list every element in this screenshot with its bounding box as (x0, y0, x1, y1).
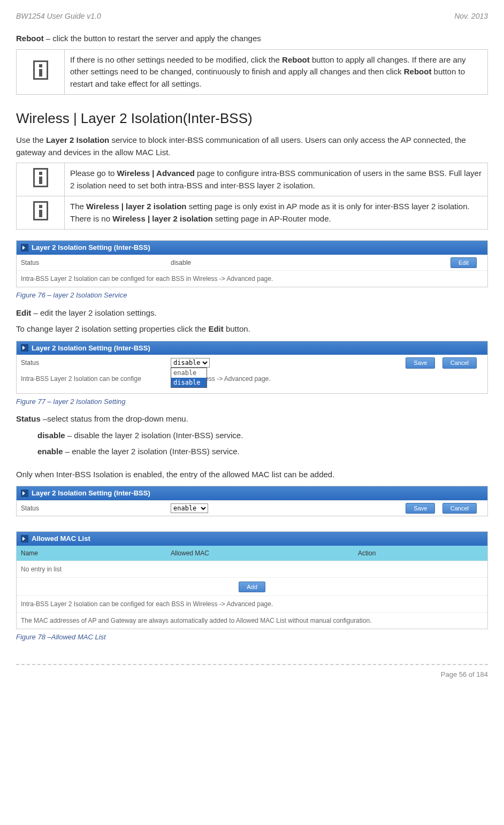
fig77-header-bar: Layer 2 Isolation Setting (Inter-BSS) (17, 341, 487, 355)
fig78-mac-header-bar: Allowed MAC List (17, 532, 487, 546)
fig78-top-title: Layer 2 Isolation Setting (Inter-BSS) (32, 488, 150, 499)
dropdown-option-disable[interactable]: disable (171, 378, 207, 387)
disable-line: disable – disable the layer 2 isolation … (16, 430, 488, 442)
arrow-icon (21, 490, 28, 497)
mac-table-header: Name Allowed MAC Action (17, 546, 487, 561)
fig76-status-row: Status disable Edit (17, 255, 487, 271)
page-footer: Page 56 of 184 (16, 664, 488, 680)
fig78-note2: The MAC addresses of AP and Gateway are … (17, 612, 487, 629)
reboot-label: Reboot (16, 34, 44, 43)
edit-button[interactable]: Edit (450, 257, 477, 269)
arrow-icon (21, 244, 28, 251)
dropdown-option-enable[interactable]: enable (171, 368, 207, 378)
only-when-line: Only when Inter-BSS Isolation is enabled… (16, 469, 488, 481)
doc-title: BW1254 User Guide v1.0 (16, 11, 101, 22)
reboot-info-box: If there is no other settings needed to … (16, 49, 488, 95)
add-button[interactable]: Add (239, 582, 265, 593)
fig78-status-row: Status enable Save Cancel (17, 500, 487, 516)
fig78-mac-title: Allowed MAC List (32, 533, 90, 544)
add-row: Add (17, 577, 487, 596)
empty-row: No entry in list (17, 561, 487, 577)
fig76-status-value: disable (166, 256, 354, 270)
note-2: The Wireless | layer 2 isolation setting… (65, 196, 488, 230)
note-1: Please go to Wireless | Advanced page to… (65, 163, 488, 196)
fig77-title: Layer 2 Isolation Setting (Inter-BSS) (32, 343, 150, 354)
arrow-icon (21, 344, 28, 352)
info-icon (33, 60, 48, 80)
fig77-status-label: Status (17, 356, 166, 370)
fig78-top-screenshot: Layer 2 Isolation Setting (Inter-BSS) St… (16, 486, 488, 516)
page-number: Page 56 of 184 (441, 670, 488, 678)
reboot-description: Reboot – click the button to restart the… (16, 33, 488, 45)
dropdown-list: enable disable (171, 368, 207, 388)
page-header: BW1254 User Guide v1.0 Nov. 2013 (16, 11, 488, 22)
section-heading: Wireless | Layer 2 Isolation(Inter-BSS) (16, 108, 488, 129)
fig77-status-row: Status disable enable disable Save Cance… (17, 355, 487, 371)
reboot-info-text: If there is no other settings needed to … (65, 49, 488, 95)
status-dropdown[interactable]: disable enable disable (171, 358, 210, 368)
fig78-note1: Intra-BSS Layer 2 Isolation can be confi… (17, 595, 487, 612)
fig78-mac-screenshot: Allowed MAC List Name Allowed MAC Action… (16, 531, 488, 629)
cancel-button[interactable]: Cancel (442, 503, 477, 514)
header-name: Name (17, 546, 166, 561)
enable-line: enable – enable the layer 2 isolation (I… (16, 446, 488, 458)
status-select[interactable]: disable (171, 358, 210, 368)
status-select-enable[interactable]: enable (171, 503, 208, 513)
change-line: To change layer 2 isolation setting prop… (16, 323, 488, 335)
reboot-text: – click the button to restart the server… (44, 34, 261, 43)
fig78-caption: Figure 78 –Allowed MAC List (16, 632, 488, 643)
save-button[interactable]: Save (406, 357, 435, 369)
fig77-caption: Figure 77 – layer 2 Isolation Setting (16, 396, 488, 407)
status-line: Status –select status from the drop-down… (16, 413, 488, 425)
header-action: Action (354, 546, 487, 561)
fig78-top-header-bar: Layer 2 Isolation Setting (Inter-BSS) (17, 486, 487, 500)
fig76-caption: Figure 76 – layer 2 Isolation Service (16, 290, 488, 301)
info-icon-cell-1 (17, 163, 65, 196)
info-icon (33, 201, 48, 220)
info-icon-cell-2 (17, 196, 65, 230)
fig76-screenshot: Layer 2 Isolation Setting (Inter-BSS) St… (16, 240, 488, 287)
fig77-screenshot: Layer 2 Isolation Setting (Inter-BSS) St… (16, 341, 488, 394)
arrow-icon (21, 535, 28, 543)
intro-text: Use the Layer 2 Isolation service to blo… (16, 134, 488, 158)
fig76-status-label: Status (17, 256, 166, 270)
fig76-header-bar: Layer 2 Isolation Setting (Inter-BSS) (17, 241, 487, 255)
header-allowed-mac: Allowed MAC (166, 546, 354, 561)
info-icon-cell (17, 49, 65, 95)
save-button[interactable]: Save (406, 503, 435, 514)
fig76-title: Layer 2 Isolation Setting (Inter-BSS) (32, 242, 150, 253)
notes-table: Please go to Wireless | Advanced page to… (16, 163, 488, 230)
cancel-button[interactable]: Cancel (442, 357, 477, 369)
fig78-status-label: Status (17, 501, 166, 515)
doc-date: Nov. 2013 (454, 11, 488, 22)
fig77-note: Intra-BSS Layer 2 Isolation can be confi… (17, 371, 487, 387)
fig76-note: Intra-BSS Layer 2 Isolation can be confi… (17, 270, 487, 287)
info-icon (33, 168, 48, 187)
edit-line: Edit – edit the layer 2 isolation settin… (16, 307, 488, 319)
